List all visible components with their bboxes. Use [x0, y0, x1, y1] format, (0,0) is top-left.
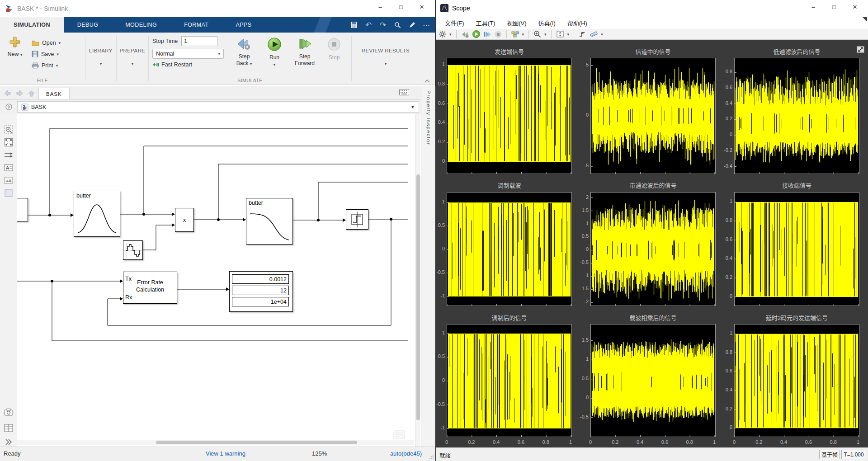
y-tick-label: 2 — [573, 194, 589, 200]
model-canvas[interactable]: butter x butter Tx Rx — [17, 114, 421, 447]
plot-axes[interactable] — [447, 58, 572, 174]
step-back-button[interactable]: StepBack ▾ — [230, 37, 258, 68]
plot-axes[interactable] — [734, 192, 859, 306]
x-tick-label: 0.4 — [632, 439, 648, 445]
chevron-down-icon[interactable]: ▾ — [449, 32, 452, 37]
document-tab-bask[interactable]: BASK — [38, 88, 70, 99]
scope-step-back-icon[interactable] — [461, 30, 469, 38]
redo-icon[interactable]: ↷ — [379, 21, 387, 29]
open-button[interactable]: Open ▾ — [32, 37, 61, 48]
run-button[interactable]: Run▾ — [264, 37, 285, 68]
minimize-button[interactable]: – — [370, 0, 391, 14]
autoscale-axes-icon[interactable] — [556, 30, 564, 38]
stop-time-input[interactable]: 1 — [181, 36, 217, 46]
prepare-group[interactable]: PREPARE ▾ — [117, 33, 148, 85]
chevron-down-icon[interactable]: ▾ — [567, 32, 570, 37]
screenshot-icon[interactable] — [4, 408, 13, 417]
stop-icon — [327, 37, 341, 52]
menu-simulation[interactable]: 仿真(I) — [533, 17, 561, 28]
search-icon[interactable] — [393, 21, 401, 29]
breadcrumb-caret-icon[interactable]: ▼ — [410, 104, 415, 109]
plot-axes[interactable] — [447, 192, 572, 306]
measurements-ruler-icon[interactable] — [590, 30, 598, 38]
sine-wave-block[interactable] — [123, 240, 143, 260]
chevron-down-icon: ▾ — [218, 52, 220, 56]
breadcrumb[interactable]: BASK ▼ — [17, 101, 419, 113]
error-rate-calculation-block[interactable]: Tx Rx Error Rate Calculation — [123, 272, 177, 304]
signal-lines-icon[interactable] — [4, 151, 13, 160]
nav-back-icon[interactable] — [4, 90, 11, 97]
plot-title: 低通滤波后的信号 — [734, 47, 859, 56]
maximize-button[interactable]: □ — [824, 0, 844, 14]
data-table-icon[interactable] — [4, 423, 13, 433]
tab-format[interactable]: FORMAT — [170, 17, 222, 33]
scope-step-forward-icon[interactable] — [483, 30, 491, 38]
settings-gear-icon[interactable] — [439, 30, 446, 38]
tab-debug[interactable]: DEBUG — [64, 17, 112, 33]
product-block[interactable]: x — [175, 208, 194, 232]
area-box-icon[interactable] — [4, 188, 13, 198]
status-warning-link[interactable]: View 1 warning — [206, 450, 245, 457]
canvas-vertical-scrollbar[interactable] — [415, 114, 420, 447]
scope-run-icon[interactable] — [472, 30, 480, 38]
close-button[interactable]: ✕ — [844, 0, 865, 14]
status-solver-link[interactable]: auto(ode45) — [390, 450, 422, 457]
nav-forward-icon[interactable] — [16, 90, 24, 97]
tab-apps[interactable]: APPS — [222, 17, 265, 33]
y-tick-label: 0 — [429, 246, 445, 251]
plot-axes[interactable] — [590, 324, 716, 437]
more-options-icon[interactable]: ⋯ — [422, 21, 430, 29]
close-button[interactable]: ✕ — [411, 0, 432, 14]
menu-view[interactable]: 视图(V) — [501, 17, 532, 28]
save-icon[interactable] — [350, 21, 358, 29]
model-browser-toggle-icon[interactable] — [0, 103, 17, 110]
menu-help[interactable]: 帮助(H) — [562, 17, 593, 28]
dock-arrow-icon[interactable] — [863, 17, 867, 22]
lowpass-filter-block[interactable]: butter — [246, 198, 293, 245]
annotation-pen-icon[interactable] — [408, 21, 416, 29]
new-button[interactable]: New ▾ — [3, 36, 27, 57]
menu-tools[interactable]: 工具(T) — [471, 17, 501, 28]
new-plus-icon — [9, 36, 21, 48]
chevron-down-icon[interactable]: ▾ — [522, 32, 524, 37]
bandpass-filter-block[interactable]: butter — [74, 191, 120, 237]
save-button[interactable]: Save ▾ — [32, 48, 61, 60]
undo-icon[interactable]: ↶ — [364, 21, 373, 29]
relay-block[interactable] — [346, 209, 368, 230]
resize-grip[interactable] — [429, 455, 434, 459]
canvas-horizontal-scrollbar[interactable] — [17, 440, 414, 445]
zoom-region-icon[interactable] — [4, 125, 13, 134]
image-icon[interactable] — [4, 176, 13, 185]
library-group[interactable]: LIBRARY ▾ — [85, 33, 116, 85]
minimize-button[interactable]: – — [803, 0, 824, 14]
print-button[interactable]: Print ▾ — [32, 60, 61, 71]
annotation-icon[interactable]: A — [4, 163, 13, 172]
menu-file[interactable]: 文件(F) — [439, 17, 470, 28]
expand-palette-icon[interactable] — [4, 437, 13, 447]
source-block-partial[interactable] — [17, 198, 28, 221]
plot-axes[interactable] — [590, 58, 716, 174]
plot-axes[interactable] — [590, 192, 716, 306]
tab-simulation[interactable]: SIMULATION — [0, 17, 64, 33]
scope-stop-icon[interactable] — [495, 30, 502, 38]
chevron-down-icon[interactable]: ▾ — [544, 32, 547, 37]
display-block[interactable]: 0.0012 12 1e+04 — [229, 271, 293, 312]
layout-style-icon[interactable] — [511, 30, 519, 38]
keyboard-icon[interactable] — [399, 89, 409, 95]
maximize-button[interactable]: □ — [391, 0, 411, 14]
plot-axes[interactable] — [734, 324, 859, 437]
plot-axes[interactable] — [447, 324, 572, 437]
trigger-icon[interactable] — [579, 30, 586, 38]
sim-mode-select[interactable]: Normal ▾ — [152, 49, 224, 59]
chevron-down-icon[interactable]: ▾ — [601, 32, 603, 37]
zoom-in-icon[interactable] — [533, 30, 541, 38]
review-results-group[interactable]: REVIEW RESULTS ▾ — [352, 33, 420, 85]
display-value-row: 0.0012 — [232, 274, 289, 284]
step-forward-button[interactable]: StepForward — [291, 37, 319, 68]
tab-modeling[interactable]: MODELING — [112, 17, 170, 33]
plot-axes[interactable] — [734, 58, 859, 174]
nav-up-icon[interactable] — [28, 90, 35, 97]
y-tick-label: -0.4 — [717, 163, 732, 169]
fast-restart-toggle[interactable]: Fast Restart — [152, 61, 224, 68]
fit-to-view-icon[interactable] — [4, 138, 13, 147]
